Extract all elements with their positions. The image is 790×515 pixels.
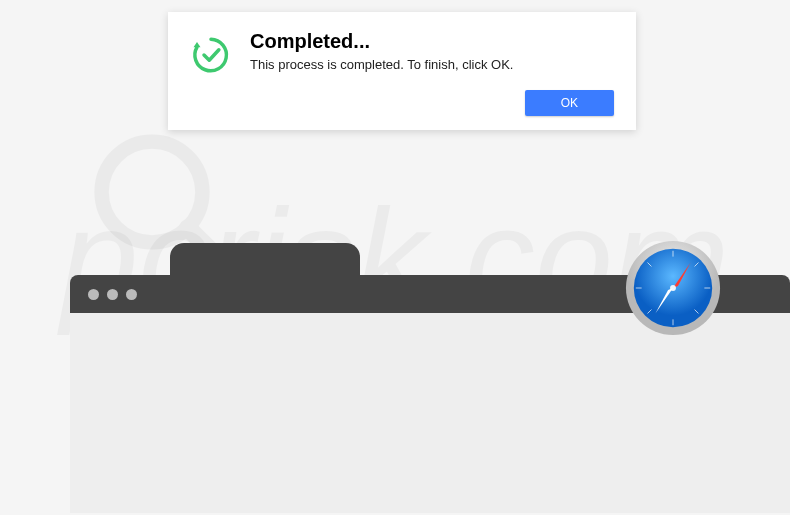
dialog-message: This process is completed. To finish, cl… <box>250 57 614 72</box>
ok-button[interactable]: OK <box>525 90 614 116</box>
svg-point-14 <box>670 285 676 291</box>
checkmark-sync-icon <box>190 34 232 76</box>
browser-tab[interactable] <box>170 243 360 275</box>
window-maximize-button[interactable] <box>126 289 137 300</box>
completion-dialog: Completed... This process is completed. … <box>168 12 636 130</box>
dialog-title: Completed... <box>250 30 614 53</box>
window-minimize-button[interactable] <box>107 289 118 300</box>
window-close-button[interactable] <box>88 289 99 300</box>
window-controls <box>88 289 137 300</box>
browser-content-area <box>70 313 790 513</box>
safari-compass-icon <box>624 239 722 337</box>
